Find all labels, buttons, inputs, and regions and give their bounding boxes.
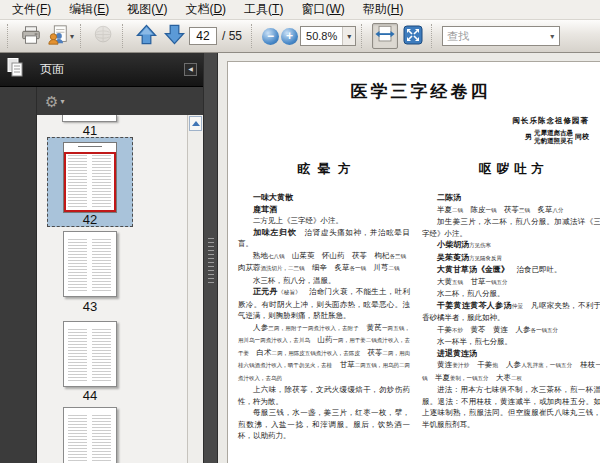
menu-item-e[interactable]: 编辑(E) bbox=[60, 0, 118, 20]
toolbar-grip bbox=[431, 24, 437, 48]
thumbnail-list: 41 42 bbox=[37, 115, 203, 463]
toolbar-grip bbox=[251, 24, 257, 48]
find-dropdown-caret-icon[interactable]: ▾ bbox=[545, 27, 559, 45]
menu-item-d[interactable]: 文档(D) bbox=[176, 0, 235, 20]
thumbnail-scrollbar[interactable] bbox=[187, 115, 203, 463]
find-box: ▾ bbox=[442, 26, 560, 46]
doc-paragraph: 二方见上《三字经》小注。 bbox=[238, 215, 410, 227]
thumbnail-label-44: 44 bbox=[37, 388, 143, 403]
menu-item-w[interactable]: 窗口(W) bbox=[292, 0, 353, 20]
zoom-dropdown-caret-icon[interactable]: ▾ bbox=[342, 27, 355, 45]
stamp-icon bbox=[93, 24, 115, 49]
thumbnail-page-45[interactable] bbox=[63, 407, 117, 463]
document-page: 医学三字经卷四 闽长乐陈念祖修园著 男 元犀道彪古愚 元豹道照灵石 同校 眩 bbox=[227, 61, 600, 463]
doc-paragraph: 加生姜三片，水二杯，煎八分服。加减法详《三字经》小注。 bbox=[422, 216, 600, 239]
thumbnail-page-42-selected[interactable]: 42 bbox=[47, 137, 133, 227]
document-title: 医学三字经卷四 bbox=[238, 80, 600, 103]
previous-page-button[interactable] bbox=[133, 23, 159, 49]
document-attribution: 闽长乐陈念祖修园著 男 元犀道彪古愚 元豹道照灵石 同校 bbox=[238, 116, 600, 145]
zoom-out-button[interactable]: − bbox=[262, 28, 279, 45]
scroll-up-button[interactable] bbox=[189, 116, 202, 131]
attribution-proofreaders: 男 元犀道彪古愚 元豹道照灵石 同校 bbox=[525, 129, 589, 145]
toolbar-grip bbox=[7, 24, 13, 48]
document-columns: 眩晕方 一味大黄散鹿茸酒二方见上《三字经》小注。加味左归饮 治肾虚头痛如神，并治… bbox=[238, 161, 600, 442]
page-total-label: / 55 bbox=[222, 29, 242, 43]
pages-panel-header: 页面 ◀ bbox=[0, 53, 203, 87]
attribution-suffix: 同校 bbox=[575, 132, 589, 142]
current-view-red-rectangle[interactable] bbox=[64, 152, 116, 212]
doc-paragraph: 鹿茸酒 bbox=[238, 204, 410, 216]
stamp-button-disabled bbox=[91, 23, 117, 49]
collapse-panel-button[interactable]: ◀ bbox=[184, 63, 197, 76]
doc-paragraph: 正元丹《秘旨》 治命门火衰，不能生土，吐利厥冷。有时阴火上冲，则头面赤热，眩晕恶… bbox=[238, 286, 410, 322]
gear-icon[interactable]: ⚙ bbox=[45, 94, 58, 109]
doc-paragraph: 进退黄连汤 bbox=[422, 348, 600, 360]
pages-panel-title: 页面 bbox=[40, 61, 184, 78]
next-page-button[interactable] bbox=[161, 23, 187, 49]
thumbnail-text-lines bbox=[92, 239, 111, 292]
doc-paragraph: 水三杯，煎八分，温服。 bbox=[238, 275, 410, 287]
attribution-name-1: 元犀道彪古愚 bbox=[534, 129, 573, 137]
attribution-prefix: 男 bbox=[525, 132, 532, 142]
toolbar-grip bbox=[122, 24, 128, 48]
doc-paragraph: 大黄五钱 甘草一钱五分 bbox=[422, 276, 600, 289]
doc-paragraph: 大黄甘草汤《金匮》 治食已即吐。 bbox=[422, 264, 600, 276]
section-body: 一味大黄散鹿茸酒二方见上《三字经》小注。加味左归饮 治肾虚头痛如神，并治眩晕目盲… bbox=[238, 192, 410, 442]
thumbnail-page-44[interactable] bbox=[63, 321, 117, 387]
find-input[interactable] bbox=[443, 30, 545, 42]
doc-paragraph: 上六味，除茯苓，文武火缓缓焙干，勿炒伤药性，杵为散。 bbox=[238, 384, 410, 407]
share-document-icon bbox=[47, 24, 69, 49]
fit-width-button[interactable] bbox=[372, 23, 398, 49]
printer-icon bbox=[20, 24, 42, 49]
menu-item-f[interactable]: 文件(F) bbox=[3, 0, 60, 20]
page-up-icon bbox=[135, 23, 158, 49]
document-column-left: 眩晕方 一味大黄散鹿茸酒二方见上《三字经》小注。加味左归饮 治肾虚头痛如神，并治… bbox=[238, 161, 410, 442]
content-area: 页面 ◀ ⚙ ▾ 41 bbox=[0, 53, 600, 463]
menu-item-t[interactable]: 工具(T) bbox=[235, 0, 292, 20]
section-body: 二陈汤半夏二钱 陈皮一钱 茯苓三钱 炙草八分加生姜三片，水二杯，煎八分服。加减法… bbox=[422, 192, 600, 430]
doc-paragraph: 小柴胡汤方见伤寒 bbox=[422, 239, 600, 252]
share-document-button[interactable]: ▾ bbox=[46, 23, 75, 49]
thumbnail-label-42: 42 bbox=[48, 212, 132, 227]
share-dropdown-caret-icon[interactable]: ▾ bbox=[70, 32, 74, 41]
doc-paragraph: 进法：用本方七味俱不制，水三茶杯，煎一杯温服。退法：不用桂枝，黄连减半，或加肉桂… bbox=[422, 384, 600, 430]
thumbnail-text-lines bbox=[92, 329, 111, 382]
fit-page-button[interactable] bbox=[400, 23, 426, 49]
section-heading: 呕哕吐方 bbox=[422, 161, 600, 178]
doc-paragraph: 干姜黄连黄芩人参汤仲景 凡呕家夹热，不利于香砂橘半者，服此如神。 bbox=[422, 300, 600, 324]
divider-grip-icon bbox=[208, 238, 214, 284]
zoom-in-button[interactable]: + bbox=[281, 28, 298, 45]
toolbar-grip bbox=[361, 24, 367, 48]
document-view[interactable]: 医学三字经卷四 闽长乐陈念祖修园著 男 元犀道彪古愚 元豹道照灵石 同校 眩 bbox=[218, 53, 600, 463]
thumbnail-text-lines bbox=[92, 415, 111, 463]
doc-paragraph: 水一杯半，煎七分服。 bbox=[422, 336, 600, 348]
panel-divider[interactable] bbox=[203, 53, 218, 463]
thumbnail-page-43[interactable] bbox=[63, 231, 117, 297]
doc-paragraph: 水二杯，煎八分服。 bbox=[422, 288, 600, 300]
document-column-right: 呕哕吐方 二陈汤半夏二钱 陈皮一钱 茯苓三钱 炙草八分加生姜三片，水二杯，煎八分… bbox=[422, 161, 600, 442]
doc-paragraph: 二陈汤 bbox=[422, 192, 600, 204]
navigation-icon-strip bbox=[0, 87, 37, 463]
fit-page-icon bbox=[403, 25, 423, 48]
doc-paragraph: 一味大黄散 bbox=[238, 192, 410, 204]
doc-paragraph: 每服三钱，水一盏，姜三片，红枣一枚，擘，煎数沸，入盐一捻，和滓调服。服后，饮热酒… bbox=[238, 407, 410, 442]
menu-item-v[interactable]: 视图(V) bbox=[118, 0, 176, 20]
page-number-input[interactable] bbox=[189, 27, 217, 45]
print-button[interactable] bbox=[18, 23, 44, 49]
thumbnail-label-43: 43 bbox=[37, 299, 143, 314]
thumbnail-title-line bbox=[78, 146, 102, 147]
attribution-author: 闽长乐陈念祖修园著 bbox=[513, 116, 590, 126]
zoom-level-box[interactable]: 50.8% ▾ bbox=[300, 26, 356, 46]
thumbnail-page-41[interactable] bbox=[62, 115, 117, 122]
section-heading: 眩晕方 bbox=[238, 161, 410, 178]
thumbnail-page-42-image[interactable] bbox=[63, 142, 117, 213]
attribution-name-2: 元豹道照灵石 bbox=[534, 137, 573, 145]
thumbnail-label-41: 41 bbox=[37, 123, 143, 138]
menu-item-h[interactable]: 帮助(H) bbox=[354, 0, 413, 20]
pages-panel: 页面 ◀ ⚙ ▾ 41 bbox=[0, 53, 203, 463]
doc-paragraph: 黄连姜汁炒 干姜炮 人参人乳拌蒸，一钱五分 桂枝一钱 半夏姜制，一钱五分 大枣二… bbox=[422, 359, 600, 384]
doc-paragraph: 人参三两，用附子一两煮汁收入，去附子 黄芪一两五钱，用川乌一两煮汁收入，去川乌 … bbox=[238, 322, 410, 385]
page-down-icon bbox=[163, 23, 186, 49]
pdf-reader-window: 文件(F)编辑(E)视图(V)文档(D)工具(T)窗口(W)帮助(H) ▾ bbox=[0, 0, 600, 463]
options-caret-icon[interactable]: ▾ bbox=[60, 97, 64, 106]
